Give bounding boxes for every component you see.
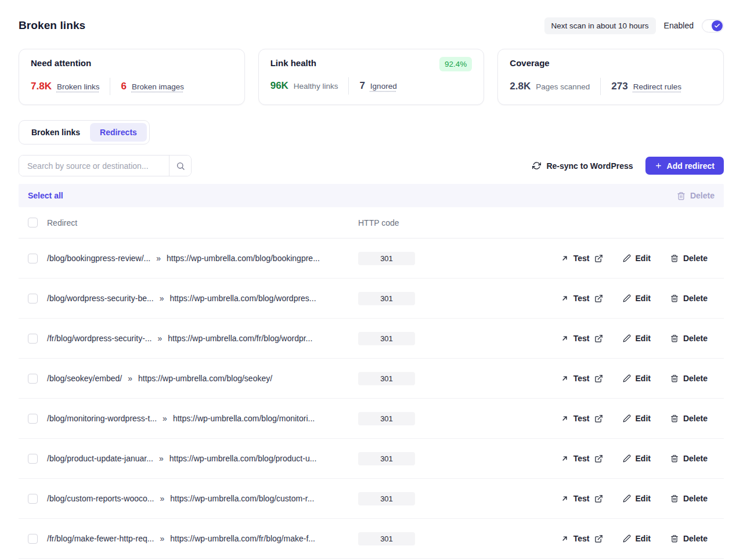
stat-label[interactable]: Broken images	[132, 82, 184, 91]
row-checkbox[interactable]	[28, 534, 38, 544]
scan-enabled-toggle[interactable]	[702, 19, 724, 32]
select-all-button[interactable]: Select all	[28, 191, 63, 200]
chevron-separator: »	[158, 334, 163, 343]
delete-button[interactable]: Delete	[670, 254, 708, 263]
pencil-icon	[623, 534, 631, 543]
test-button[interactable]: Test	[561, 414, 603, 423]
column-header-http-code: HTTP code	[358, 218, 415, 227]
test-button[interactable]: Test	[561, 534, 603, 543]
redirect-cell: /blog/product-update-januar... » https:/…	[47, 454, 358, 463]
test-label: Test	[573, 334, 590, 343]
health-percentage-badge: 92.4%	[439, 57, 472, 71]
row-checkbox[interactable]	[28, 494, 38, 504]
trash-icon	[677, 192, 686, 200]
edit-button[interactable]: Edit	[623, 494, 651, 503]
stat-label[interactable]: Redirect rules	[633, 82, 681, 91]
toolbar-actions: Re-sync to WordPress Add redirect	[532, 157, 724, 175]
edit-label: Edit	[636, 294, 651, 303]
redirect-cell: /fr/blog/make-fewer-http-req... » https:…	[47, 534, 358, 543]
view-tabs: Broken links Redirects	[19, 120, 150, 144]
chevron-separator: »	[160, 494, 164, 503]
trash-icon	[670, 494, 679, 503]
trash-icon	[670, 294, 679, 302]
pencil-icon	[623, 414, 631, 422]
edit-label: Edit	[636, 374, 651, 383]
edit-button[interactable]: Edit	[623, 334, 651, 343]
source-path: /blog/bookingpress-review/...	[47, 254, 150, 263]
stat-redirect-rules: 273 Redirect rules	[611, 81, 681, 92]
external-link-icon	[594, 374, 603, 383]
source-path: /fr/blog/make-fewer-http-req...	[47, 534, 154, 543]
edit-label: Edit	[636, 534, 651, 543]
stat-healthy-links: 96K Healthy links	[270, 80, 338, 92]
delete-button[interactable]: Delete	[670, 334, 708, 343]
delete-button[interactable]: Delete	[670, 414, 708, 423]
row-checkbox[interactable]	[28, 414, 38, 424]
redirect-cell: /blog/custom-reports-wooco... » https://…	[47, 494, 358, 503]
table-row: /blog/monitoring-wordpress-t... » https:…	[19, 399, 724, 439]
table-row: /blog/custom-reports-wooco... » https://…	[19, 479, 724, 519]
chevron-separator: »	[128, 374, 132, 383]
delete-button[interactable]: Delete	[670, 294, 708, 303]
stat-label[interactable]: Ignored	[370, 82, 397, 91]
edit-button[interactable]: Edit	[623, 294, 651, 303]
stat-label[interactable]: Broken links	[57, 82, 100, 91]
table-row: /blog/bookingpress-review/... » https://…	[19, 239, 724, 279]
delete-button[interactable]: Delete	[670, 454, 708, 463]
search-button[interactable]	[169, 156, 191, 176]
arrow-up-right-icon	[561, 454, 569, 463]
test-button[interactable]: Test	[561, 294, 603, 303]
delete-button[interactable]: Delete	[670, 534, 708, 543]
redirect-cell: /blog/bookingpress-review/... » https://…	[47, 254, 358, 263]
table-row: /fr/blog/make-fewer-http-req... » https:…	[19, 519, 724, 559]
delete-button[interactable]: Delete	[670, 374, 708, 383]
row-checkbox[interactable]	[28, 294, 38, 304]
test-label: Test	[573, 414, 590, 423]
row-actions: Test Edit Delete	[561, 374, 708, 383]
destination-url: https://wp-umbrella.com/blog/wordpres...	[169, 294, 316, 303]
row-checkbox[interactable]	[28, 374, 38, 384]
row-checkbox[interactable]	[28, 254, 38, 263]
resync-wordpress-button[interactable]: Re-sync to WordPress	[532, 161, 633, 171]
http-code-badge: 301	[358, 412, 415, 425]
bulk-delete-button[interactable]: Delete	[677, 191, 715, 200]
row-checkbox[interactable]	[28, 454, 38, 464]
http-code-badge: 301	[358, 452, 415, 465]
stat-broken-images: 6 Broken images	[121, 81, 184, 92]
destination-url: https://wp-umbrella.com/fr/blog/make-f..…	[170, 534, 315, 543]
arrow-up-right-icon	[561, 374, 569, 382]
stat-ignored: 7 Ignored	[359, 80, 396, 92]
edit-button[interactable]: Edit	[623, 454, 651, 463]
test-button[interactable]: Test	[561, 494, 603, 503]
row-checkbox[interactable]	[28, 334, 38, 344]
edit-button[interactable]: Edit	[623, 534, 651, 543]
trash-icon	[670, 534, 679, 543]
test-button[interactable]: Test	[561, 454, 603, 463]
tab-broken-links[interactable]: Broken links	[21, 123, 90, 142]
test-button[interactable]: Test	[561, 374, 603, 383]
edit-button[interactable]: Edit	[623, 374, 651, 383]
tab-redirects[interactable]: Redirects	[90, 123, 147, 142]
edit-button[interactable]: Edit	[623, 254, 651, 263]
stat-value: 7	[359, 80, 365, 92]
stat-label: Healthy links	[294, 82, 338, 91]
page-title: Broken links	[19, 19, 85, 32]
arrow-up-right-icon	[561, 254, 569, 262]
delete-button[interactable]: Delete	[670, 494, 708, 503]
table-row: /fr/blog/wordpress-security-... » https:…	[19, 319, 724, 359]
search-input[interactable]	[19, 156, 169, 176]
trash-icon	[670, 334, 679, 342]
select-all-checkbox[interactable]	[28, 218, 38, 227]
edit-button[interactable]: Edit	[623, 414, 651, 423]
pencil-icon	[623, 294, 631, 302]
add-redirect-button[interactable]: Add redirect	[645, 157, 724, 175]
card-title: Link health	[270, 58, 316, 68]
test-button[interactable]: Test	[561, 334, 603, 343]
stat-broken-links: 7.8K Broken links	[31, 81, 99, 92]
edit-label: Edit	[636, 254, 651, 263]
external-link-icon	[594, 294, 603, 303]
external-link-icon	[594, 454, 603, 463]
delete-label: Delete	[683, 414, 708, 423]
test-button[interactable]: Test	[561, 254, 603, 263]
card-coverage: Coverage 2.8K Pages scanned 273 Redirect…	[497, 49, 724, 105]
